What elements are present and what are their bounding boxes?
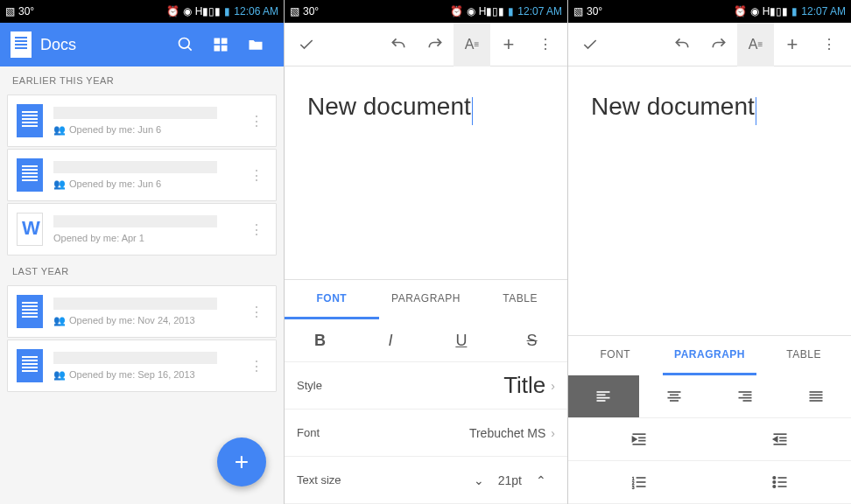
align-justify-button[interactable] <box>780 375 851 417</box>
doc-menu-button[interactable]: ⋮ <box>246 304 267 320</box>
tab-font[interactable]: FONT <box>568 336 663 375</box>
increase-size-button[interactable]: ⌃ <box>527 473 555 487</box>
font-setting[interactable]: Font Trebuchet MS› <box>285 410 567 457</box>
italic-button[interactable]: I <box>355 319 426 361</box>
shared-icon: 👥 <box>53 124 66 136</box>
battery-icon: ▮ <box>791 5 798 18</box>
done-button[interactable] <box>288 23 325 66</box>
format-button[interactable]: A≡ <box>454 23 490 66</box>
picture-icon: ▧ <box>573 5 583 18</box>
doc-title-redacted <box>53 215 217 228</box>
doc-item[interactable]: 👥Opened by me: Nov 24, 2013 ⋮ <box>7 285 277 338</box>
svg-line-1 <box>188 47 192 51</box>
format-tabs: FONT PARAGRAPH TABLE <box>285 279 567 319</box>
app-bar: Docs <box>0 23 284 66</box>
editor-paragraph-panel: ▧30° ⏰◉H▮▯▮▮12:07 AM A≡ + ⋮ New document… <box>567 0 851 504</box>
doc-meta: Opened by me: Jun 6 <box>69 178 161 189</box>
section-last-year: LAST YEAR <box>0 257 284 285</box>
signal-icon: H▮▯▮ <box>195 5 222 18</box>
battery-icon: ▮ <box>508 5 514 18</box>
overflow-menu-button[interactable]: ⋮ <box>811 23 847 66</box>
search-button[interactable] <box>168 27 203 62</box>
editor-toolbar: A≡ + ⋮ <box>568 23 851 66</box>
docs-file-icon <box>17 158 43 192</box>
alarm-icon: ⏰ <box>166 5 179 18</box>
signal-icon: H▮▯▮ <box>763 5 789 18</box>
align-left-button[interactable] <box>568 375 639 417</box>
numbered-list-button[interactable]: 123 <box>568 461 710 503</box>
doc-meta: Opened by me: Jun 6 <box>69 124 161 135</box>
doc-meta: Opened by me: Nov 24, 2013 <box>69 315 195 326</box>
grid-view-button[interactable] <box>203 27 238 62</box>
style-setting[interactable]: Style Title› <box>285 362 567 410</box>
alarm-icon: ⏰ <box>450 5 463 18</box>
signal-icon: H▮▯▮ <box>479 5 505 18</box>
doc-menu-button[interactable]: ⋮ <box>246 113 267 130</box>
document-text: New document <box>591 93 755 121</box>
status-bar: ▧30° ⏰ ◉ H▮▯▮ ▮ 12:06 AM <box>0 0 284 23</box>
status-bar: ▧30° ⏰◉H▮▯▮▮12:07 AM <box>285 0 567 23</box>
style-value: Title <box>503 372 545 399</box>
shared-icon: 👥 <box>53 369 66 381</box>
docs-logo-icon <box>11 32 32 58</box>
insert-button[interactable]: + <box>774 23 811 66</box>
document-text: New document <box>307 93 471 121</box>
tab-table[interactable]: TABLE <box>473 280 567 319</box>
editor-toolbar: A≡ + ⋮ <box>285 23 567 66</box>
doc-title-redacted <box>53 298 217 310</box>
svg-rect-2 <box>215 38 221 45</box>
new-document-fab[interactable]: + <box>217 438 266 486</box>
undo-button[interactable] <box>380 23 417 66</box>
wifi-icon: ◉ <box>750 5 759 18</box>
undo-button[interactable] <box>664 23 700 66</box>
doc-title-redacted <box>53 352 217 364</box>
doc-menu-button[interactable]: ⋮ <box>246 221 267 238</box>
temperature: 30° <box>587 5 602 18</box>
bullet-list-button[interactable] <box>710 461 852 503</box>
align-center-button[interactable] <box>639 375 710 417</box>
svg-point-38 <box>773 481 776 484</box>
tab-paragraph[interactable]: PARAGRAPH <box>379 280 474 319</box>
overflow-menu-button[interactable]: ⋮ <box>527 23 564 66</box>
doc-item[interactable]: Opened by me: Apr 1 ⋮ <box>7 203 277 256</box>
shared-icon: 👥 <box>53 315 66 326</box>
app-title: Docs <box>40 36 168 54</box>
document-body[interactable]: New document <box>285 66 567 279</box>
tab-paragraph[interactable]: PARAGRAPH <box>663 336 757 375</box>
shared-icon: 👥 <box>53 178 66 190</box>
alarm-icon: ⏰ <box>734 5 747 18</box>
bold-button[interactable]: B <box>285 319 355 361</box>
style-label: Style <box>297 379 503 392</box>
doc-menu-button[interactable]: ⋮ <box>246 358 267 374</box>
underline-button[interactable]: U <box>426 319 497 361</box>
docs-file-icon <box>17 104 43 137</box>
doc-item[interactable]: 👥Opened by me: Jun 6 ⋮ <box>7 149 277 201</box>
folder-button[interactable] <box>238 27 273 62</box>
doc-title-redacted <box>53 161 217 173</box>
clock: 12:07 AM <box>801 5 846 18</box>
indent-increase-button[interactable] <box>568 418 710 460</box>
tab-table[interactable]: TABLE <box>756 336 851 375</box>
strikethrough-button[interactable]: S <box>496 319 567 361</box>
document-body[interactable]: New document <box>568 66 851 335</box>
wifi-icon: ◉ <box>467 5 475 18</box>
redo-button[interactable] <box>417 23 454 66</box>
text-style-row: B I U S <box>285 319 567 362</box>
redo-button[interactable] <box>700 23 737 66</box>
doc-item[interactable]: 👥Opened by me: Jun 6 ⋮ <box>7 94 277 147</box>
clock: 12:06 AM <box>234 5 278 18</box>
done-button[interactable] <box>572 23 608 66</box>
svg-rect-4 <box>215 46 221 52</box>
insert-button[interactable]: + <box>490 23 527 66</box>
doc-meta: Opened by me: Apr 1 <box>53 233 144 243</box>
doc-item[interactable]: 👥Opened by me: Sep 16, 2013 ⋮ <box>7 340 277 392</box>
indent-decrease-button[interactable] <box>710 418 852 460</box>
tab-font[interactable]: FONT <box>285 280 379 319</box>
text-cursor <box>756 97 756 125</box>
svg-rect-3 <box>222 38 228 45</box>
size-label: Text size <box>297 473 465 486</box>
decrease-size-button[interactable]: ⌄ <box>465 473 493 487</box>
format-button[interactable]: A≡ <box>737 23 774 66</box>
align-right-button[interactable] <box>710 375 781 417</box>
doc-menu-button[interactable]: ⋮ <box>246 167 267 184</box>
